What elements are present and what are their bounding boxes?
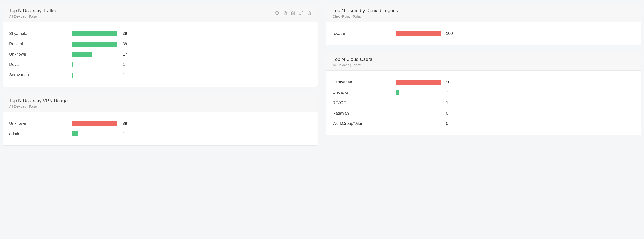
panel-body: Saravanan90Unknown7REJOE1Ragavan0WorkGro… [326, 71, 641, 135]
bar-label: Unknown [9, 52, 72, 57]
bar-value: 11 [117, 132, 312, 136]
refresh-button[interactable] [275, 11, 279, 15]
bar-label: REJOE [332, 100, 396, 105]
bar-label: revathi [332, 31, 396, 36]
panel-titles: Top N Users by VPN UsageAll Devices | To… [9, 98, 68, 109]
bar-label: Revathi [9, 42, 72, 46]
bar-value: 90 [440, 80, 635, 84]
bar-label: Saravanan [9, 73, 72, 78]
expand-button[interactable] [299, 11, 303, 15]
bar-value: 17 [117, 52, 312, 57]
bar-fill [72, 31, 117, 36]
svg-line-1 [300, 14, 301, 15]
panel-header: Top N Users by VPN UsageAll Devices | To… [3, 94, 318, 112]
panel-header: Top N Cloud UsersAll Devices | Today [326, 52, 641, 71]
bar-value: 39 [117, 31, 312, 36]
panel-title: Top N Cloud Users [332, 56, 372, 62]
refresh-icon [275, 11, 279, 15]
panel-subtitle: All Devices | Today [9, 104, 68, 109]
bar-fill [72, 121, 117, 126]
bar-row: REJOE1 [332, 98, 635, 108]
bar-row: Saravanan1 [9, 70, 312, 80]
panel-cloud: Top N Cloud UsersAll Devices | TodaySara… [326, 52, 641, 136]
bar-value: 1 [440, 100, 635, 105]
bar-label: Shyamala [9, 31, 72, 36]
bar-fill [72, 52, 92, 57]
bar-track [72, 132, 117, 136]
panel-header: Top N Users by Denied LogonsCheckPoint |… [326, 4, 641, 22]
bar-track [72, 52, 117, 57]
panel-denied: Top N Users by Denied LogonsCheckPoint |… [326, 4, 641, 46]
bar-fill [396, 90, 399, 95]
bar-row: Shyamala39 [9, 28, 312, 39]
panel-subtitle: All Devices | Today [332, 63, 372, 67]
bar-fill [72, 73, 73, 78]
bar-track [396, 90, 440, 95]
edit-icon [291, 11, 295, 15]
edit-button[interactable] [291, 11, 295, 15]
dashboard-column: Top N Users by TrafficAll Devices | Toda… [3, 4, 318, 146]
bar-label: Unknown [332, 90, 396, 95]
delete-button[interactable] [307, 11, 312, 15]
bar-value: 0 [440, 111, 635, 116]
bar-fill [396, 111, 396, 116]
export-icon [283, 11, 287, 15]
svg-line-0 [302, 12, 303, 13]
bar-row: Deva1 [9, 60, 312, 70]
bar-row: Unknown89 [9, 118, 312, 129]
bar-track [72, 62, 117, 67]
export-button[interactable] [283, 11, 287, 15]
bar-row: WorkGroup\\Mari0 [332, 118, 635, 129]
bar-label: Saravanan [332, 80, 396, 84]
bar-fill [396, 80, 440, 84]
bar-fill [72, 62, 73, 67]
bar-label: admin [9, 132, 72, 136]
bar-value: 0 [440, 121, 635, 126]
bar-row: Unknown7 [332, 87, 635, 98]
bar-value: 1 [117, 62, 312, 67]
bar-row: revathi100 [332, 28, 635, 39]
bar-value: 89 [117, 121, 312, 126]
bar-track [72, 73, 117, 78]
bar-label: Unknown [9, 121, 72, 126]
bar-row: Revathi39 [9, 39, 312, 49]
panel-body: revathi100 [326, 22, 641, 45]
bar-value: 7 [440, 90, 635, 95]
panel-subtitle: All Devices | Today [9, 14, 56, 19]
panel-subtitle: CheckPoint | Today [332, 14, 398, 19]
bar-track [396, 121, 440, 126]
panel-body: Unknown89admin11 [3, 112, 318, 146]
bar-fill [396, 100, 396, 105]
bar-label: WorkGroup\\Mari [332, 121, 396, 126]
panel-actions [275, 11, 312, 15]
delete-icon [307, 11, 312, 15]
bar-fill [72, 132, 78, 136]
bar-track [396, 31, 440, 36]
expand-icon [299, 11, 303, 15]
bar-fill [396, 31, 440, 36]
panel-title: Top N Users by Denied Logons [332, 8, 398, 14]
bar-track [396, 111, 440, 116]
panel-titles: Top N Users by Denied LogonsCheckPoint |… [332, 8, 398, 19]
bar-row: Unknown17 [9, 49, 312, 60]
bar-track [72, 42, 117, 46]
bar-label: Deva [9, 62, 72, 67]
panel-titles: Top N Users by TrafficAll Devices | Toda… [9, 8, 56, 19]
panel-title: Top N Users by VPN Usage [9, 98, 68, 104]
bar-track [396, 100, 440, 105]
dashboard-column: Top N Users by Denied LogonsCheckPoint |… [326, 4, 641, 146]
bar-track [396, 80, 440, 84]
dashboard-grid: Top N Users by TrafficAll Devices | Toda… [3, 4, 641, 146]
bar-row: Saravanan90 [332, 77, 635, 87]
panel-title: Top N Users by Traffic [9, 8, 56, 14]
bar-value: 39 [117, 42, 312, 46]
bar-fill [72, 42, 117, 46]
bar-value: 1 [117, 73, 312, 78]
bar-row: Ragavan0 [332, 108, 635, 118]
bar-fill [396, 121, 396, 126]
bar-track [72, 121, 117, 126]
panel-header: Top N Users by TrafficAll Devices | Toda… [3, 4, 318, 22]
bar-value: 100 [440, 31, 635, 36]
bar-track [72, 31, 117, 36]
panel-traffic: Top N Users by TrafficAll Devices | Toda… [3, 4, 318, 87]
